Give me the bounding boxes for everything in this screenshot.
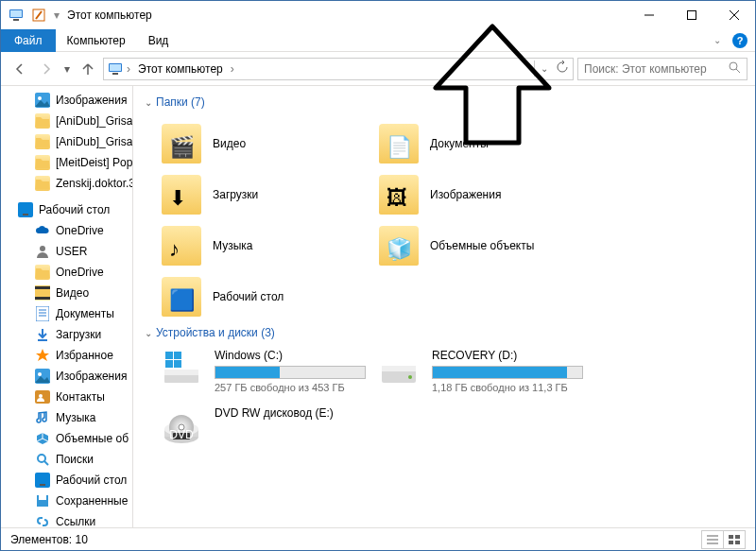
folders-section-header[interactable]: ⌄ Папки (7) <box>145 95 755 109</box>
nav-item[interactable]: [AniDub]_Grisai <box>1 131 132 152</box>
svg-rect-2 <box>13 19 19 21</box>
nav-item-label: [MeitDeist] Pop <box>56 156 132 169</box>
nav-item[interactable]: Загрузки <box>1 324 132 345</box>
recent-dropdown-icon[interactable]: ▾ <box>61 58 73 80</box>
file-tab[interactable]: Файл <box>1 29 56 52</box>
svg-rect-16 <box>23 214 28 215</box>
svg-rect-40 <box>164 370 198 375</box>
optical-drive-item[interactable]: DVD DVD RW дисковод (E:) <box>145 406 362 446</box>
minimize-button[interactable] <box>627 1 670 29</box>
nav-item-label: Загрузки <box>56 328 101 341</box>
content-pane: ⌄ Папки (7) 🎬Видео📄Документы⬇Загрузки🖼Из… <box>133 86 755 527</box>
folder-item[interactable]: 🖼Изображения <box>362 169 579 220</box>
nav-item[interactable]: [MeitDeist] Pop <box>1 152 132 173</box>
nav-item[interactable]: Поиски <box>1 449 132 470</box>
folder-item[interactable]: ♪Музыка <box>145 220 362 271</box>
music-icon <box>35 410 50 425</box>
title-quick-access: ▾ <box>1 8 60 23</box>
menu-bar: Файл Компьютер Вид ⌄ ? <box>1 29 755 52</box>
folders-section-title: Папки (7) <box>156 95 205 109</box>
desktop-icon <box>35 473 50 488</box>
app-icon <box>9 8 24 23</box>
nav-item[interactable]: Документы <box>1 303 132 324</box>
svg-rect-46 <box>382 366 416 371</box>
help-icon[interactable]: ? <box>732 33 747 48</box>
nav-item-label: Сохраненные <box>56 494 128 508</box>
nav-item[interactable]: Сохраненные <box>1 491 132 511</box>
svg-line-31 <box>44 461 48 465</box>
drive-item[interactable]: RECOVERY (D:)1,18 ГБ свободно из 11,3 ГБ <box>362 349 579 393</box>
breadcrumb-sep[interactable]: › <box>231 62 234 76</box>
nav-item[interactable]: Изображения <box>1 366 132 387</box>
chevron-down-icon: ⌄ <box>145 97 152 108</box>
nav-item-label: Изображения <box>56 94 127 107</box>
folder-item[interactable]: ⬇Загрузки <box>145 169 362 220</box>
svg-rect-1 <box>10 10 22 17</box>
nav-item[interactable]: Музыка <box>1 407 132 428</box>
nav-item[interactable]: Контакты <box>1 387 132 407</box>
folder-item[interactable]: 🎬Видео <box>145 118 362 169</box>
drives-section-title: Устройства и диски (3) <box>156 326 275 339</box>
svg-rect-59 <box>735 535 740 539</box>
svg-rect-20 <box>35 297 50 300</box>
nav-item-label: Контакты <box>56 390 105 404</box>
view-tab[interactable]: Вид <box>137 30 180 51</box>
chevron-down-icon: ⌄ <box>145 328 152 338</box>
status-bar: Элементов: 10 <box>1 527 755 550</box>
nav-item[interactable]: OneDrive <box>1 220 132 241</box>
nav-item[interactable]: Изображения <box>1 90 132 111</box>
search-input[interactable] <box>584 62 728 76</box>
nav-item-label: Объемные об <box>56 432 129 445</box>
refresh-icon[interactable] <box>556 60 569 77</box>
breadcrumb-sep[interactable]: › <box>127 62 130 76</box>
nav-item-label: Рабочий стол <box>39 203 110 216</box>
nav-item[interactable]: Объемные об <box>1 428 132 449</box>
folder-label: Видео <box>213 137 246 150</box>
nav-item[interactable]: USER <box>1 241 132 262</box>
up-button[interactable] <box>77 58 99 80</box>
nav-item-label: Ссылки <box>56 515 95 527</box>
address-dropdown-icon[interactable]: ⌄ <box>541 63 548 74</box>
navigation-pane: Изображения[AniDub]_Grisai[AniDub]_Grisa… <box>1 86 133 527</box>
drives-section-header[interactable]: ⌄ Устройства и диски (3) <box>145 326 755 339</box>
search-icon[interactable] <box>728 60 741 77</box>
forward-button[interactable] <box>35 58 58 80</box>
nav-item-label: Избранное <box>56 349 113 362</box>
address-bar[interactable]: › Этот компьютер › ⌄ <box>103 58 574 80</box>
back-button[interactable] <box>9 58 31 80</box>
breadcrumb-root[interactable]: Этот компьютер <box>134 60 227 77</box>
svg-rect-35 <box>39 495 46 500</box>
pictures-icon <box>35 93 50 108</box>
drive-item[interactable]: Windows (C:)257 ГБ свободно из 453 ГБ <box>145 349 362 393</box>
nav-item[interactable]: Рабочий стол <box>1 199 132 220</box>
folder-icon <box>35 265 50 280</box>
nav-item[interactable]: Рабочий стол <box>1 470 132 491</box>
close-button[interactable] <box>713 1 755 29</box>
properties-icon[interactable] <box>31 8 46 23</box>
expand-ribbon-icon[interactable]: ⌄ <box>713 35 721 45</box>
computer-tab[interactable]: Компьютер <box>56 30 137 51</box>
drive-icon <box>162 349 201 388</box>
svg-rect-21 <box>36 306 49 321</box>
nav-item[interactable]: Ссылки <box>1 511 132 527</box>
details-view-button[interactable] <box>701 530 724 549</box>
nav-item[interactable]: OneDrive <box>1 262 132 283</box>
nav-item[interactable]: [AniDub]_Grisai <box>1 111 132 131</box>
folder-item[interactable]: 🟦Рабочий стол <box>145 271 362 322</box>
nav-item[interactable]: Zenskij.doktor.3 <box>1 173 132 194</box>
search-box[interactable] <box>577 58 747 80</box>
maximize-button[interactable] <box>670 1 713 29</box>
drive-usage-bar <box>215 366 366 379</box>
drive-label: RECOVERY (D:) <box>432 349 583 362</box>
svg-rect-32 <box>36 474 49 483</box>
nav-item[interactable]: Избранное <box>1 345 132 366</box>
nav-item[interactable]: Видео <box>1 283 132 303</box>
title-bar: ▾ Этот компьютер <box>1 1 755 29</box>
folder-item[interactable]: 🧊Объемные объекты <box>362 220 579 271</box>
nav-item-label: Рабочий стол <box>56 474 127 487</box>
large-icons-view-button[interactable] <box>723 530 746 549</box>
folder-label: Изображения <box>430 188 501 201</box>
folder-icon <box>35 113 50 129</box>
folder-item[interactable]: 📄Документы <box>362 118 579 169</box>
folder-icon: 📄 <box>379 124 419 164</box>
